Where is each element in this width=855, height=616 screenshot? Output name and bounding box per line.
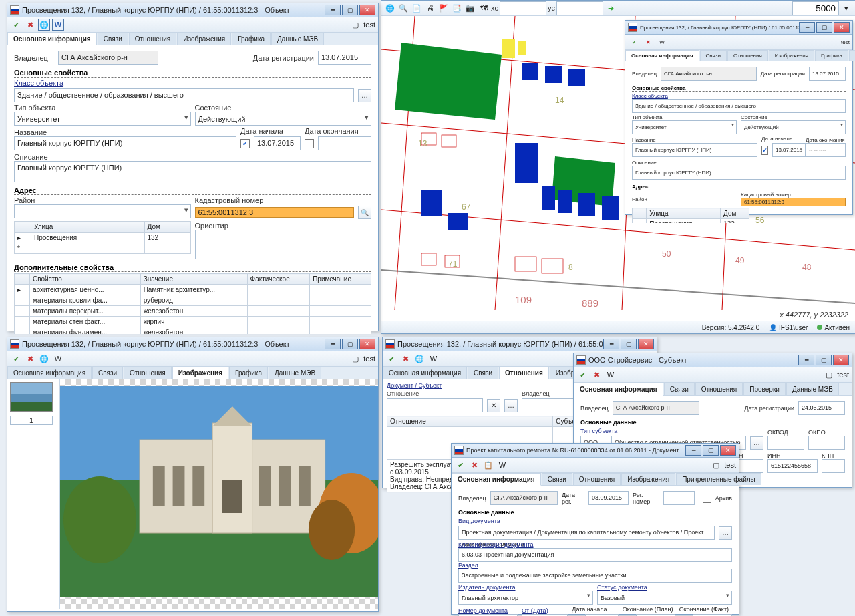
address-table[interactable]: УлицаДом ▸Просвещения132 *: [14, 221, 191, 254]
browse-button[interactable]: …: [504, 399, 518, 412]
docnum-label[interactable]: Номер документа: [458, 607, 518, 614]
tab-relations[interactable]: Отношения: [499, 367, 549, 379]
tool-icon[interactable]: 📋: [482, 459, 494, 471]
class-label[interactable]: Классификация документа: [458, 541, 732, 548]
desc-input[interactable]: Главный корпус ЮРГТУ (НПИ): [14, 161, 371, 182]
tab-links[interactable]: Связи: [92, 367, 123, 379]
inn-input[interactable]: 615122455658: [767, 459, 818, 473]
check-icon[interactable]: ✔: [385, 353, 397, 365]
regnum-input[interactable]: [663, 491, 695, 505]
word-icon[interactable]: W: [52, 19, 64, 31]
tool-icon[interactable]: 🔍: [397, 2, 409, 14]
section-main[interactable]: Основные данные: [580, 419, 845, 426]
word-icon[interactable]: W: [605, 369, 617, 381]
type-combo[interactable]: Университет: [14, 112, 191, 126]
section-main[interactable]: Основные свойства: [14, 69, 371, 78]
yc-input[interactable]: [556, 1, 603, 15]
regdate-value[interactable]: 13.07.2015: [318, 51, 371, 65]
tab-main[interactable]: Основная информация: [625, 50, 699, 61]
section-main[interactable]: Основные данные: [458, 509, 732, 516]
minimize-button[interactable]: ━: [325, 5, 341, 15]
minimize-button[interactable]: ━: [685, 445, 701, 456]
tab-mev[interactable]: Данные МЭВ: [271, 33, 324, 45]
okved-input[interactable]: [767, 436, 804, 450]
start-check[interactable]: ✔: [240, 139, 250, 148]
card-icon[interactable]: ▢: [710, 459, 722, 471]
close-button[interactable]: ✕: [359, 339, 375, 349]
maximize-button[interactable]: ▢: [703, 445, 719, 456]
tab-main[interactable]: Основная информация: [452, 473, 541, 486]
check-icon[interactable]: ✔: [454, 459, 466, 471]
tab-mev[interactable]: Данные МЭВ: [786, 383, 839, 395]
tool-icon[interactable]: 📄: [411, 2, 423, 14]
okpo-input[interactable]: [808, 436, 845, 450]
region-combo[interactable]: [14, 204, 191, 218]
tab-images[interactable]: Изображения: [177, 33, 231, 45]
from-label[interactable]: От (Дата): [522, 607, 568, 614]
card-icon[interactable]: ▢: [349, 19, 361, 31]
page-number[interactable]: 1: [10, 416, 53, 425]
maximize-button[interactable]: ▢: [342, 5, 358, 15]
image-thumbnail[interactable]: [10, 382, 53, 412]
tab-images[interactable]: Изображения: [769, 50, 814, 61]
tab-images[interactable]: Изображения: [621, 473, 675, 485]
word-icon[interactable]: W: [496, 459, 508, 471]
word-icon[interactable]: W: [52, 353, 64, 365]
tab-links[interactable]: Связи: [542, 473, 572, 485]
minimize-button[interactable]: ━: [798, 355, 814, 365]
section-extra[interactable]: Дополнительные свойства: [14, 263, 371, 272]
tool-icon[interactable]: 📷: [464, 2, 476, 14]
minimize-button[interactable]: ━: [325, 339, 341, 349]
tab-files[interactable]: Прикрепленные файлы: [676, 473, 761, 485]
doctype-label[interactable]: Вид документа: [458, 518, 732, 524]
browse-button[interactable]: …: [719, 526, 732, 540]
section-label[interactable]: Раздел: [458, 562, 732, 569]
subtype-label[interactable]: Тип субъекта: [580, 428, 763, 434]
tab-relations[interactable]: Отношения: [124, 367, 172, 379]
section-value[interactable]: Застроенные и подлежащие застройке земел…: [458, 569, 732, 583]
tab-links[interactable]: Связи: [98, 33, 128, 45]
orient-input[interactable]: [195, 230, 372, 259]
tab-main[interactable]: Основная информация: [574, 383, 663, 396]
scale-input[interactable]: [792, 1, 839, 15]
issuer-label[interactable]: Издатель документа: [458, 584, 593, 591]
maximize-button[interactable]: ▢: [816, 355, 832, 365]
name-input[interactable]: Главный корпус ЮРГПУ (НПИ): [14, 136, 236, 150]
titlebar[interactable]: Просвещения 132, / Главный корпус ЮРГПУ …: [7, 3, 378, 17]
tool-icon[interactable]: 🌐: [384, 2, 396, 14]
regdate-value[interactable]: 24.05.2015: [798, 401, 845, 415]
tab-links[interactable]: Связи: [468, 367, 498, 379]
tool-icon[interactable]: 📑: [451, 2, 463, 14]
minimize-button[interactable]: ━: [603, 339, 619, 349]
go-icon[interactable]: ➜: [605, 2, 617, 14]
tab-graphics[interactable]: Графика: [815, 50, 848, 61]
issuer-combo[interactable]: Главный архитектор: [458, 591, 593, 605]
status-combo[interactable]: Базовый: [597, 591, 732, 605]
cancel-icon[interactable]: ✖: [590, 369, 603, 381]
cadnum-value[interactable]: 61:55:0011312:3: [195, 207, 355, 218]
tab-main[interactable]: Основная информация: [383, 367, 467, 379]
doctype-value[interactable]: Проектная документация / Документация по…: [458, 526, 715, 540]
start-value[interactable]: 13.07.2015: [254, 136, 301, 150]
end-value[interactable]: -- -- -- ------: [318, 136, 371, 150]
xc-input[interactable]: [500, 1, 546, 15]
extra-props-table[interactable]: СвойствоЗначениеФактическоеПримечание ▸а…: [14, 273, 371, 334]
maximize-button[interactable]: ▢: [621, 339, 637, 349]
browse-button[interactable]: …: [750, 436, 763, 450]
tab-graphics[interactable]: Графика: [232, 33, 271, 45]
status-label[interactable]: Статус документа: [597, 584, 732, 591]
tab-relations[interactable]: Отношения: [695, 383, 743, 395]
check-icon[interactable]: ✔: [10, 19, 22, 31]
class-value[interactable]: 6.03.03 Проектная документация: [458, 548, 732, 562]
close-button[interactable]: ✕: [720, 445, 736, 456]
owner-value[interactable]: СГА Аксайского р-н: [490, 491, 558, 505]
check-icon[interactable]: ✔: [576, 369, 588, 381]
tab-images[interactable]: Изображения: [172, 367, 228, 379]
close-button[interactable]: ✕: [833, 355, 849, 365]
tool-icon[interactable]: 🖨: [424, 2, 436, 14]
maximize-button[interactable]: ▢: [342, 339, 358, 349]
cancel-icon[interactable]: ✖: [24, 19, 36, 31]
globe-icon[interactable]: 🌐: [38, 19, 50, 31]
owner-value[interactable]: СГА Аксайского р-н: [58, 51, 158, 65]
tab-main[interactable]: Основная информация: [7, 33, 97, 45]
